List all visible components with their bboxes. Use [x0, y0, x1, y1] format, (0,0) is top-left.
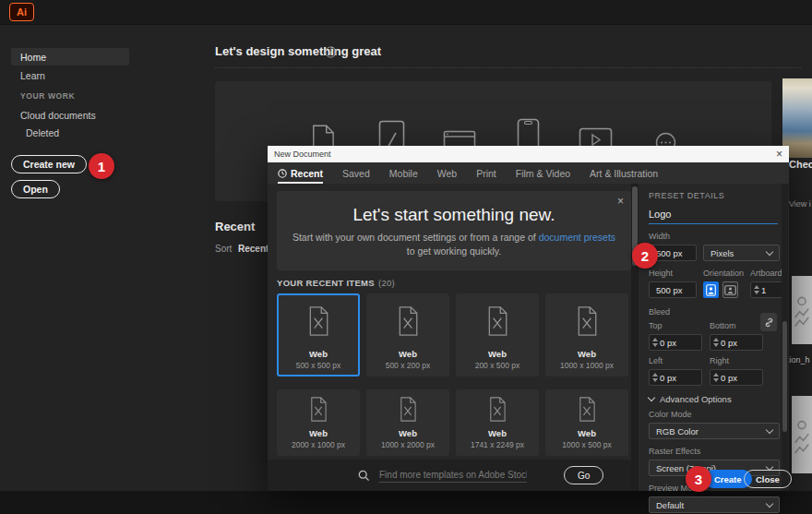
rail-card-subtext: View i	[789, 199, 811, 209]
preset-details-heading: PRESET DETAILS	[649, 191, 781, 200]
stepper-down-icon[interactable]	[713, 378, 719, 382]
template-search-input[interactable]	[379, 468, 527, 483]
sort-label: Sort	[215, 244, 232, 254]
preset-card-size: 1741 x 2249 px	[471, 440, 524, 449]
dialog-close-icon[interactable]: ×	[776, 149, 782, 160]
panel-scrollbar-thumb[interactable]	[782, 321, 787, 432]
bleed-bottom-value: 0 px	[721, 338, 737, 348]
clock-icon	[278, 169, 287, 178]
tab-print[interactable]: Print	[476, 168, 496, 179]
document-x-icon	[575, 305, 599, 337]
sidebar-section-your-work: YOUR WORK	[20, 91, 75, 101]
document-x-icon	[306, 305, 330, 337]
tab-recent[interactable]: Recent	[278, 168, 323, 179]
info-icon[interactable]	[325, 46, 337, 58]
recent-items-row-2: Web 2000 x 1000 px Web 1000 x 2000 px We…	[277, 389, 628, 456]
dialog-tab-bar: Recent Saved Mobile Web Print Film & Vid…	[268, 162, 789, 184]
create-new-button[interactable]: Create new	[11, 155, 87, 173]
sidebar-item-home[interactable]: Home	[11, 48, 129, 66]
stepper-up-icon[interactable]	[713, 338, 719, 341]
go-button[interactable]: Go	[564, 466, 603, 484]
color-mode-label: Color Mode	[649, 410, 781, 419]
stepper-up-icon[interactable]	[652, 373, 658, 377]
preset-card-web-1000x1000[interactable]: Web 1000 x 1000 px	[545, 293, 628, 377]
bleed-right-input[interactable]: 0 px	[710, 369, 763, 386]
hero-close-icon[interactable]: ×	[617, 195, 624, 208]
preset-card-web-1000x500[interactable]: Web 1000 x 500 px	[545, 389, 628, 456]
sidebar-item-learn[interactable]: Learn	[20, 70, 45, 81]
document-name-field[interactable]: Logo	[649, 209, 778, 224]
recent-file-thumbnail[interactable]	[792, 396, 812, 473]
step-badge-1: 1	[89, 153, 114, 179]
preview-mode-dropdown[interactable]: Default	[649, 496, 780, 513]
document-presets-link[interactable]: document presets	[539, 232, 615, 243]
height-label: Height	[649, 269, 697, 278]
units-dropdown[interactable]: Pixels	[703, 245, 780, 261]
step-badge-3: 3	[686, 466, 711, 492]
tab-saved[interactable]: Saved	[342, 168, 370, 179]
stepper-up-icon[interactable]	[754, 285, 759, 289]
height-input[interactable]: 500 px	[649, 281, 697, 298]
color-mode-dropdown[interactable]: RGB Color	[649, 423, 780, 439]
sidebar-item-home-label: Home	[20, 52, 46, 63]
sidebar-item-cloud-documents[interactable]: Cloud documents	[20, 110, 96, 121]
width-label: Width	[649, 232, 781, 241]
raster-effects-label: Raster Effects	[649, 447, 781, 456]
hero-title: Let's start something new.	[277, 205, 631, 225]
preset-card-web-2000x1000[interactable]: Web 2000 x 1000 px	[277, 389, 360, 456]
stepper-up-icon[interactable]	[713, 373, 719, 377]
artboards-stepper[interactable]: 1	[750, 281, 785, 298]
preset-card-size: 500 x 200 px	[386, 361, 431, 370]
chevron-down-icon	[648, 394, 655, 401]
preset-card-web-500x200[interactable]: Web 500 x 200 px	[366, 293, 449, 377]
open-button[interactable]: Open	[11, 180, 60, 198]
bleed-bottom-label: Bottom	[710, 321, 736, 330]
units-value: Pixels	[710, 248, 734, 258]
preset-card-size: 1000 x 1000 px	[560, 361, 614, 370]
preset-card-size: 1000 x 2000 px	[381, 440, 435, 449]
bleed-top-input[interactable]: 0 px	[649, 334, 702, 351]
stepper-down-icon[interactable]	[652, 343, 658, 347]
bleed-left-label: Left	[649, 356, 702, 365]
bleed-link-values-button[interactable]	[760, 313, 777, 331]
chevron-down-icon	[766, 425, 773, 433]
stepper-down-icon[interactable]	[754, 291, 759, 294]
stepper-down-icon[interactable]	[713, 343, 719, 347]
your-recent-items-text: YOUR RECENT ITEMS	[277, 278, 375, 288]
dialog-titlebar: New Document ×	[268, 146, 789, 162]
sort-value-recent[interactable]: Recent	[238, 244, 269, 254]
new-document-dialog: New Document × Recent Saved Mobile Web P…	[268, 146, 789, 491]
bleed-left-value: 0 px	[660, 373, 676, 383]
illustrator-home-screen: Ai Home Learn YOUR WORK Cloud documents …	[0, 0, 812, 514]
tab-web[interactable]: Web	[437, 168, 457, 179]
illustrator-logo-icon: Ai	[9, 3, 34, 21]
bleed-left-input[interactable]: 0 px	[649, 369, 702, 386]
your-recent-items-count: (20)	[378, 278, 395, 288]
stepper-up-icon[interactable]	[652, 338, 658, 341]
orientation-portrait-button[interactable]	[703, 281, 719, 298]
bleed-bottom-input[interactable]: 0 px	[710, 334, 763, 351]
bleed-right-label: Right	[710, 356, 729, 365]
preset-card-name: Web	[578, 428, 596, 438]
preset-card-web-500x500[interactable]: Web 500 x 500 px	[277, 293, 360, 377]
header-divider	[215, 67, 801, 68]
preset-card-name: Web	[399, 349, 417, 359]
advanced-options-toggle[interactable]: Advanced Options	[649, 394, 781, 404]
preset-card-web-200x500[interactable]: Web 200 x 500 px	[456, 293, 539, 377]
recent-file-thumbnail[interactable]	[792, 276, 812, 344]
portrait-icon	[706, 284, 716, 296]
image-placeholder-icon	[794, 412, 809, 458]
close-button[interactable]: Close	[744, 470, 792, 488]
chain-link-icon	[763, 317, 775, 329]
preset-card-size: 2000 x 1000 px	[292, 440, 345, 449]
preset-card-web-1741x2249[interactable]: Web 1741 x 2249 px	[456, 389, 539, 456]
preset-card-name: Web	[309, 428, 328, 438]
orientation-landscape-button[interactable]	[722, 281, 738, 298]
document-x-icon	[577, 397, 597, 422]
preset-card-web-1000x2000[interactable]: Web 1000 x 2000 px	[366, 389, 449, 456]
stepper-down-icon[interactable]	[652, 378, 658, 382]
tab-film-video[interactable]: Film & Video	[516, 168, 570, 179]
sidebar-item-deleted[interactable]: Deleted	[26, 127, 59, 138]
tab-mobile[interactable]: Mobile	[389, 168, 418, 179]
tab-art-illustration[interactable]: Art & Illustration	[590, 168, 658, 179]
